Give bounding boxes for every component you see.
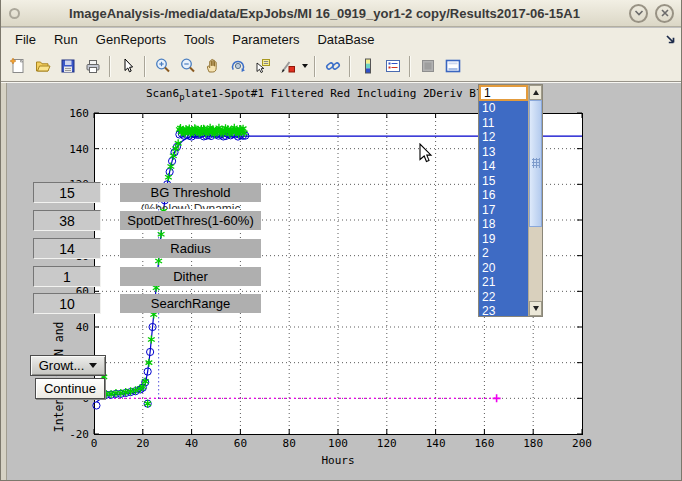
insert-legend-button[interactable] [380,54,405,79]
list-item[interactable]: 12 [479,130,528,145]
svg-text:20: 20 [136,437,149,450]
svg-text:0: 0 [91,437,98,450]
svg-text:160: 160 [474,437,494,450]
disabled-square-button [415,54,440,79]
menu-tools[interactable]: Tools [176,30,222,49]
select-cursor-button[interactable] [115,54,140,79]
list-item[interactable]: 14 [479,159,528,174]
plot-title: Scan6plate1-Spot#1 Filtered Red Includin… [146,87,483,102]
open-file-button[interactable] [30,54,55,79]
legend-icon [384,57,402,75]
close-window-button[interactable] [655,4,674,23]
dock-arrow-icon[interactable] [665,33,676,48]
menu-file[interactable]: File [7,30,44,49]
menu-database[interactable]: DataBase [309,30,382,49]
continue-button[interactable]: Continue [35,378,105,399]
list-item[interactable]: 10 [479,101,528,116]
shade-window-button[interactable] [629,4,648,23]
x-axis-label: Hours [321,454,354,467]
svg-text:40: 40 [76,321,89,334]
list-item[interactable]: 13 [479,145,528,160]
scroll-down-button[interactable] [529,301,542,316]
dock-figure-button[interactable] [440,54,465,79]
list-item[interactable]: 22 [479,290,528,305]
brush-icon [279,57,297,75]
pan-hand-icon [204,57,222,75]
list-item[interactable]: 11 [479,116,528,131]
list-item[interactable]: 15 [479,174,528,189]
svg-text:120: 120 [377,437,397,450]
scrollbar-track[interactable] [529,100,542,301]
zoom-out-icon [179,57,197,75]
list-item[interactable]: 21 [479,275,528,290]
zoom-out-button[interactable] [175,54,200,79]
colorbar-icon [359,57,377,75]
triangle-down-icon [533,306,539,311]
menu-parameters[interactable]: Parameters [224,30,307,49]
data-cursor-icon [254,57,272,75]
new-figure-button[interactable] [5,54,30,79]
chevron-down-icon [89,363,97,368]
app-window: ImageAnalysis-/media/data/ExpJobs/MI 16_… [0,0,682,481]
list-item[interactable]: 23 [479,304,528,317]
list-item-focused[interactable]: 1 [479,85,528,101]
continue-label: Continue [44,381,96,396]
scroll-up-button[interactable] [529,85,542,100]
menu-run[interactable]: Run [46,30,86,49]
toolbar-separator [109,56,111,77]
list-item[interactable]: 18 [479,217,528,232]
radius-field[interactable] [33,238,101,259]
rotate-3d-button[interactable] [225,54,250,79]
spot-listbox[interactable]: 110111213141516171819220212223 [478,84,543,317]
open-folder-icon [34,57,52,75]
rotate-3d-icon [229,57,247,75]
spotdetthres-1-60-field[interactable] [33,210,101,231]
svg-text:60: 60 [234,437,247,450]
spotdetthres-1-60-label: SpotDetThres(1-60%) [120,211,261,230]
insert-colorbar-button[interactable] [355,54,380,79]
svg-text:40: 40 [185,437,198,450]
toolbar-separator [349,56,351,77]
brush-dropdown-button[interactable] [300,54,310,79]
scrollbar-thumb[interactable] [529,100,542,227]
menu-bar: FileRunGenReportsToolsParametersDataBase [1,28,681,51]
toolbar-separator [314,56,316,77]
mouse-cursor-icon [419,143,433,163]
save-figure-button[interactable] [55,54,80,79]
bg-threshold-label: BG Threshold [120,183,261,202]
toolbar-separator [144,56,146,77]
listbox-scrollbar[interactable] [528,85,542,316]
list-item[interactable]: 19 [479,232,528,247]
list-item[interactable]: 2 [479,246,528,261]
triangle-up-icon [533,90,539,95]
dock-window-icon [444,57,462,75]
dither-field[interactable] [33,266,101,287]
menu-genreports[interactable]: GenReports [88,30,174,49]
searchrange-field[interactable] [33,293,101,314]
zoom-in-button[interactable] [150,54,175,79]
link-plots-button[interactable] [320,54,345,79]
dither-label: Dither [120,267,261,286]
svg-text:140: 140 [426,437,446,450]
thumb-grip-icon [532,158,540,168]
window-menu-icon[interactable] [9,8,20,19]
list-item[interactable]: 16 [479,188,528,203]
print-figure-button[interactable] [80,54,105,79]
close-icon [659,7,671,19]
pan-button[interactable] [200,54,225,79]
zoom-in-icon [154,57,172,75]
title-bar[interactable]: ImageAnalysis-/media/data/ExpJobs/MI 16_… [1,0,681,27]
bg-threshold-field[interactable] [33,182,101,203]
brush-data-button[interactable] [275,54,300,79]
growth-popup-label: Growt... [39,358,85,373]
toolbar [1,51,681,82]
list-item[interactable]: 17 [479,203,528,218]
plot-canvas[interactable]: 020406080100120140160180200-200204060801… [1,83,681,480]
chevron-down-icon [302,64,308,68]
data-cursor-button[interactable] [250,54,275,79]
svg-text:80: 80 [283,437,296,450]
list-item[interactable]: 20 [479,261,528,276]
searchrange-label: SearchRange [120,294,261,313]
growth-popup-button[interactable]: Growt... [30,355,106,376]
toolbar-separator [409,56,411,77]
